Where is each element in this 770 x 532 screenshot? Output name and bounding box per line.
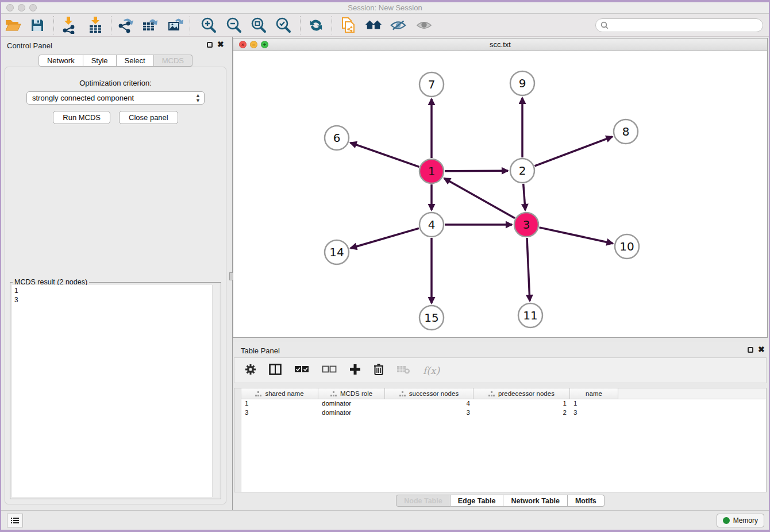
graph-edge-2-8[interactable] [535, 137, 613, 166]
table-cell[interactable]: 2 [473, 408, 570, 418]
table-tabs: Node TableEdge TableNetwork TableMotifs [233, 495, 768, 507]
graph-node-label: 3 [523, 218, 530, 232]
run-mcds-button[interactable]: Run MCDS [53, 111, 110, 124]
control-panel: Control Panel ✖ NetworkStyleSelectMCDS O… [1, 37, 230, 510]
memory-label: Memory [733, 516, 758, 525]
column-header[interactable]: successor nodes [385, 388, 473, 399]
search-input[interactable] [611, 21, 763, 30]
table-cell[interactable]: 4 [385, 399, 473, 408]
toolbar-separator [332, 16, 332, 34]
function-builder-icon[interactable]: f(x) [423, 365, 440, 376]
table-header-row: shared nameMCDS rolesuccessor nodesprede… [241, 388, 766, 399]
status-bar: Memory [1, 510, 769, 530]
zoom-in-icon[interactable] [200, 17, 217, 34]
graph-edge-1-6[interactable] [351, 142, 419, 167]
memory-status-icon [723, 517, 730, 524]
graph-node-label: 10 [619, 240, 634, 253]
tab-style[interactable]: Style [83, 55, 117, 67]
graph-edge-3-1[interactable] [444, 178, 515, 218]
graph-node-label: 7 [428, 78, 436, 91]
clone-network-icon[interactable] [340, 17, 357, 34]
graph-edge-3-11[interactable] [527, 238, 530, 301]
graph-edge-2-3[interactable] [523, 184, 525, 210]
graph-node-label: 15 [424, 311, 438, 325]
unselect-all-columns-icon[interactable] [322, 365, 337, 376]
mcds-result-scrollbar[interactable] [212, 285, 219, 497]
node-table[interactable]: shared nameMCDS rolesuccessor nodesprede… [234, 388, 767, 492]
criterion-dropdown[interactable]: strongly connected component ▲▼ [26, 91, 205, 105]
tab-mcds[interactable]: MCDS [154, 55, 192, 67]
memory-button[interactable]: Memory [717, 514, 764, 527]
table-row[interactable]: 1dominator411 [241, 399, 766, 408]
tree-hierarchy-icon [399, 391, 406, 396]
tree-hierarchy-icon [330, 391, 337, 396]
import-network-icon[interactable] [60, 17, 78, 34]
show-columns-icon[interactable] [269, 364, 282, 377]
table-cell[interactable]: 1 [570, 399, 618, 408]
close-panel-icon[interactable]: ✖ [217, 40, 224, 49]
add-column-icon[interactable] [349, 364, 361, 377]
show-panel-eye-icon[interactable] [415, 17, 433, 34]
control-panel-tabs: NetworkStyleSelectMCDS [1, 55, 230, 67]
table-cell[interactable]: 3 [570, 408, 618, 418]
graph-node-label: 14 [329, 245, 344, 259]
table-row[interactable]: 3dominator323 [241, 408, 766, 418]
table-cell[interactable]: 3 [385, 408, 473, 418]
table-panel: Table Panel ✖ f(x) shared nameMCDS roles… [233, 342, 768, 509]
table-body: 1dominator4113dominator323 [241, 399, 766, 492]
table-cell[interactable]: 3 [241, 408, 318, 418]
table-cell[interactable]: dominator [318, 399, 385, 408]
tab-edge-table[interactable]: Edge Table [451, 495, 504, 507]
export-table-icon[interactable] [142, 17, 159, 34]
zoom-out-icon[interactable] [225, 17, 242, 34]
column-header[interactable]: shared name [241, 388, 318, 399]
table-float-panel-icon[interactable] [748, 347, 753, 353]
window-title: Session: New Session [1, 3, 769, 12]
save-session-icon[interactable] [29, 17, 46, 34]
table-cell[interactable]: dominator [318, 408, 385, 418]
open-session-icon[interactable] [5, 17, 22, 34]
refresh-view-icon[interactable] [307, 17, 325, 34]
graph-edge-3-10[interactable] [539, 228, 613, 244]
tab-network[interactable]: Network [38, 55, 83, 67]
column-header[interactable]: MCDS role [318, 388, 385, 399]
network-canvas[interactable]: 7968124314101511 [233, 51, 767, 337]
table-cell[interactable]: 1 [241, 399, 318, 408]
delete-column-trash-icon[interactable] [374, 363, 384, 377]
graph-edge-4-14[interactable] [351, 228, 419, 248]
mcds-result-group: MCDS result (2 nodes) 1 3 [10, 282, 221, 499]
home-layout-icon[interactable] [365, 17, 382, 34]
mcds-result-text[interactable]: 1 3 [12, 285, 212, 497]
zoom-fit-icon[interactable] [250, 17, 267, 34]
import-table-icon[interactable] [87, 17, 104, 34]
graph-edge-1-2[interactable] [445, 171, 508, 171]
network-title: scc.txt [233, 40, 767, 49]
tab-select[interactable]: Select [117, 55, 154, 67]
tab-motifs[interactable]: Motifs [568, 495, 605, 507]
column-header[interactable]: predecessor nodes [473, 388, 570, 399]
titlebar: Session: New Session [1, 2, 769, 14]
network-titlebar[interactable]: × − + scc.txt [233, 38, 767, 51]
table-close-panel-icon[interactable]: ✖ [758, 345, 765, 354]
select-all-columns-icon[interactable] [294, 365, 309, 376]
tree-hierarchy-icon [488, 391, 495, 396]
export-image-icon[interactable] [167, 17, 184, 34]
task-history-button[interactable] [7, 514, 23, 527]
float-panel-icon[interactable] [207, 42, 213, 48]
hide-panel-eye-icon[interactable] [390, 17, 407, 34]
tab-network-table[interactable]: Network Table [503, 495, 568, 507]
search-field[interactable] [595, 18, 763, 32]
table-settings-gear-icon[interactable] [245, 364, 256, 377]
toolbar-separator [111, 16, 111, 34]
zoom-selected-icon[interactable] [275, 17, 292, 34]
tab-node-table[interactable]: Node Table [396, 495, 450, 507]
export-network-icon[interactable] [117, 17, 134, 34]
dropdown-stepper-icon: ▲▼ [195, 93, 201, 103]
main-toolbar [1, 14, 769, 37]
column-header[interactable]: name [570, 388, 618, 399]
delete-table-icon[interactable] [396, 365, 410, 376]
table-cell[interactable]: 1 [473, 399, 570, 408]
close-panel-button[interactable]: Close panel [119, 111, 178, 124]
list-icon [11, 518, 19, 524]
network-graph[interactable]: 7968124314101511 [233, 51, 767, 337]
